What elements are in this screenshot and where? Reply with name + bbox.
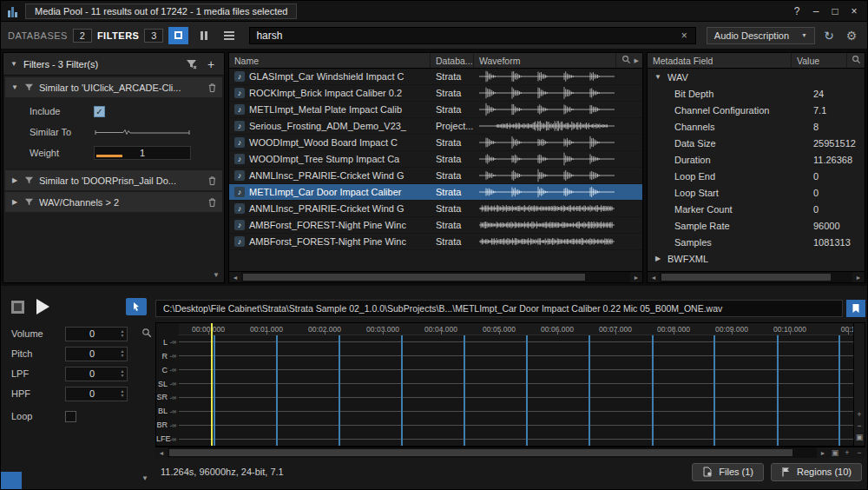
marker-button[interactable] [846,300,865,317]
playhead[interactable] [211,323,213,446]
description-dropdown[interactable]: Audio Description ▼ [707,27,815,44]
metadata-row[interactable]: Samples1081313 [648,234,865,250]
close-button[interactable]: × [845,3,864,19]
stop-button[interactable] [11,301,24,314]
scroll-right-icon[interactable]: ► [852,272,865,283]
list-view-button[interactable] [219,27,239,44]
scrollbar-track[interactable] [660,272,852,282]
corner-panel-button[interactable] [1,472,22,489]
waveform-vertical-scrollbar[interactable]: + − ▣ [853,323,865,446]
metadata-row[interactable]: Loop Start0 [648,184,865,201]
filter-group-header[interactable]: ▼Similar to 'UIClick_ARCADE-Cli... [5,77,222,97]
scroll-left-icon[interactable]: ◄ [229,272,241,283]
spinner-down-icon[interactable]: ▼ [121,374,125,378]
scroll-right-icon[interactable]: ► [817,447,829,459]
spinner-arrows[interactable]: ▲▼ [118,369,127,378]
column-header-metadata-field[interactable]: Metadata Field [648,53,792,68]
file-path-field[interactable]: C:\Desktop\File Cabinet\Strata\Strata Sa… [155,300,843,317]
param-value-field[interactable]: 0▲▼ [65,387,128,401]
fit-horizontal-icon[interactable]: ▣ [829,447,841,459]
include-checkbox[interactable]: ✓ [94,106,105,117]
metadata-row[interactable]: Marker Count0 [648,201,865,217]
zoom-out-horizontal-icon[interactable]: − [853,447,865,459]
play-button[interactable] [36,299,49,315]
waveform-horizontal-scrollbar[interactable]: ◄ ► ▣ + − [155,447,865,458]
time-ruler[interactable]: 00:00.00000:01.00000:02.00000:03.00000:0… [179,323,853,335]
spinner-arrows[interactable]: ▲▼ [118,389,127,398]
table-row[interactable]: ♪Serious_Frosting_ADM_Demo_V23_Project..… [229,118,642,135]
chevron-icon[interactable]: ▶ [10,176,19,184]
chevron-icon[interactable]: ▼ [10,83,19,91]
param-value-field[interactable]: 0▲▼ [65,327,128,341]
metadata-row[interactable]: Duration11.26368 [648,151,865,168]
chevron-icon[interactable]: ▶ [10,198,19,206]
minimize-button[interactable]: – [806,3,825,19]
view-mode-button[interactable] [168,27,188,44]
table-row[interactable]: ♪METLImpt_Car Door Impact CaliberStrata [229,184,642,201]
files-button[interactable]: Files (1) [692,463,764,481]
spinner-down-icon[interactable]: ▼ [121,334,125,338]
pause-results-button[interactable] [194,27,214,44]
metadata-row[interactable]: Loop End0 [648,168,865,184]
zoom-out-icon[interactable]: − [857,422,861,430]
scrollbar-track[interactable] [241,272,630,282]
table-row[interactable]: ♪AMBForst_FOREST-Night Pine WincStrata [229,234,642,250]
filter-group-header[interactable]: ▶WAV/Channels > 2 [5,192,222,212]
clear-search-icon[interactable]: × [680,30,689,42]
search-columns-icon[interactable] [621,55,631,66]
refresh-button[interactable]: ↻ [820,27,838,44]
scroll-left-icon[interactable]: ◄ [648,272,660,283]
metadata-group-row[interactable]: ▶BWFXML [648,250,865,267]
weight-slider[interactable]: 1 [94,146,191,160]
metadata-horizontal-scrollbar[interactable]: ◄ ► [648,271,865,282]
metadata-row[interactable]: Bit Depth24 [648,85,865,102]
help-button[interactable]: ? [787,3,806,19]
chevron-icon[interactable]: ▼ [654,73,662,81]
chevron-down-icon[interactable]: ▼ [10,60,18,68]
filters-tab[interactable]: FILTERS [97,30,140,41]
clear-filters-button[interactable] [183,56,199,72]
spinner-arrows[interactable]: ▲▼ [118,349,127,358]
table-row[interactable]: ♪AMBForst_FOREST-Night Pine WincStrata [229,217,642,234]
table-row[interactable]: ♪ROCKImpt_Brick Impact Caliber 0.2Strata [229,85,642,102]
scrollbar-thumb[interactable] [661,274,831,281]
add-filter-button[interactable]: + [204,57,218,71]
collapse-panel-icon[interactable]: ▶ [635,57,639,64]
table-row[interactable]: ♪WOODImpt_Wood Board Impact CStrata [229,135,642,151]
metadata-row[interactable]: Data Size25951512 [648,135,865,151]
filter-group-header[interactable]: ▶Similar to 'DOORPrisn_Jail Do... [5,170,222,190]
scrollbar-track[interactable] [168,447,817,458]
table-row[interactable]: ♪GLASImpt_Car Windshield Impact CStrata [229,69,642,85]
settings-button[interactable]: ⚙ [843,27,860,44]
metadata-group-row[interactable]: ▼WAV [648,69,865,85]
delete-filter-icon[interactable] [207,197,217,208]
scroll-down-icon[interactable]: ▼ [213,271,220,279]
databases-tab[interactable]: DATABASES [8,30,68,41]
chevron-icon[interactable]: ▶ [654,255,662,262]
scroll-down-icon[interactable]: ▼ [141,474,148,482]
delete-filter-icon[interactable] [207,83,217,93]
table-row[interactable]: ♪METLImpt_Metal Plate Impact CalibStrata [229,102,642,118]
results-horizontal-scrollbar[interactable]: ◄ ► [229,271,642,282]
column-header-database[interactable]: Databa... [431,53,474,68]
metadata-row[interactable]: Channels8 [648,118,865,135]
scrollbar-thumb[interactable] [243,274,585,281]
table-row[interactable]: ♪ANMLInsc_PRAIRIE-Cricket Wind GStrata [229,168,642,184]
fit-view-icon[interactable]: ▣ [856,434,864,441]
zoom-in-horizontal-icon[interactable]: + [841,447,853,459]
similarity-curve[interactable] [94,126,212,138]
metadata-row[interactable]: Channel Configuration7.1 [648,102,865,118]
zoom-icon[interactable] [141,326,152,341]
scroll-right-icon[interactable]: ► [630,272,642,283]
zoom-in-icon[interactable]: + [857,411,861,419]
column-header-waveform[interactable]: Waveform [474,53,616,68]
scrollbar-thumb[interactable] [169,449,792,456]
search-input[interactable] [256,30,679,42]
regions-button[interactable]: Regions (10) [771,463,862,481]
maximize-button[interactable]: □ [825,3,845,19]
column-header-value[interactable]: Value [792,53,847,68]
table-row[interactable]: ♪WOODImpt_Tree Stump Impact CaStrata [229,151,642,168]
column-header-name[interactable]: Name [229,53,431,68]
waveform-display[interactable]: 00:00.00000:01.00000:02.00000:03.00000:0… [155,322,865,447]
table-row[interactable]: ♪ANMLInsc_PRAIRIE-Cricket Wind GStrata [229,201,642,217]
